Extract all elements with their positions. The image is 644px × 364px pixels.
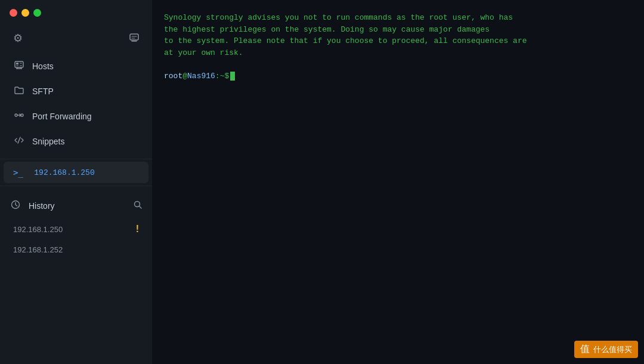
history-label: History xyxy=(29,201,55,211)
snippets-icon xyxy=(13,135,25,148)
traffic-light-yellow[interactable] xyxy=(21,9,29,17)
terminal-cursor xyxy=(230,72,235,81)
active-session-label: 192.168.1.250 xyxy=(34,168,94,177)
history-clock-icon xyxy=(10,199,21,212)
nav-section: Hosts SFTP Port Forwarding xyxy=(0,51,152,156)
svg-rect-6 xyxy=(16,65,18,66)
sidebar-item-snippets-label: Snippets xyxy=(32,137,64,146)
history-item-warning-icon: ! xyxy=(136,224,139,235)
sidebar-divider xyxy=(0,159,152,159)
history-search-icon[interactable] xyxy=(133,200,143,212)
active-session-item[interactable]: >_ 192.168.1.250 xyxy=(4,162,148,183)
sidebar-item-snippets[interactable]: Snippets xyxy=(4,129,148,154)
sidebar-item-hosts-label: Hosts xyxy=(32,61,54,71)
svg-rect-7 xyxy=(20,63,22,64)
history-item[interactable]: 192.168.1.250 ! xyxy=(4,218,148,240)
terminal-panel[interactable]: Synology strongly advises you not to run… xyxy=(152,0,644,364)
history-divider xyxy=(0,186,152,186)
history-items-list: 192.168.1.250 ! 192.168.1.252 xyxy=(0,218,152,260)
sftp-icon xyxy=(13,85,25,98)
svg-rect-0 xyxy=(130,34,138,40)
traffic-light-green[interactable] xyxy=(33,9,41,17)
hosts-icon xyxy=(13,60,25,73)
svg-point-12 xyxy=(15,114,17,116)
history-item-ip-2: 192.168.1.252 xyxy=(13,245,63,254)
svg-line-14 xyxy=(18,137,20,143)
sidebar-item-sftp[interactable]: SFTP xyxy=(4,79,148,104)
settings-button[interactable]: ⚙ xyxy=(10,30,26,47)
sidebar-item-hosts[interactable]: Hosts xyxy=(4,54,148,79)
watermark-icon: 值 xyxy=(580,343,590,356)
sidebar-item-sftp-label: SFTP xyxy=(32,87,54,96)
port-forwarding-icon xyxy=(13,110,25,123)
sidebar-item-port-forwarding[interactable]: Port Forwarding xyxy=(4,104,148,129)
compose-button[interactable] xyxy=(126,30,143,47)
history-header[interactable]: History xyxy=(0,193,152,218)
history-item-ip-1: 192.168.1.250 xyxy=(13,225,63,234)
watermark: 值 什么值得买 xyxy=(574,341,638,358)
prompt-text: root@Nas916:~$ xyxy=(164,70,229,82)
history-header-left: History xyxy=(10,199,55,212)
watermark-text: 什么值得买 xyxy=(593,344,632,355)
svg-line-17 xyxy=(140,206,142,209)
svg-rect-4 xyxy=(15,61,23,67)
svg-rect-8 xyxy=(20,65,22,66)
history-item[interactable]: 192.168.1.252 xyxy=(4,240,148,260)
sidebar: ⚙ xyxy=(0,0,152,364)
traffic-lights xyxy=(0,0,152,24)
sidebar-item-port-forwarding-label: Port Forwarding xyxy=(32,112,92,121)
traffic-light-red[interactable] xyxy=(10,9,17,17)
terminal-prompt-line: root@Nas916:~$ xyxy=(164,70,632,82)
top-icons-row: ⚙ xyxy=(0,24,152,51)
history-section: History 192.168.1.250 ! 192.168.1.252 xyxy=(0,193,152,260)
svg-rect-5 xyxy=(16,63,18,64)
terminal-warning-text: Synology strongly advises you not to run… xyxy=(164,12,632,58)
terminal-prompt-icon: >_ xyxy=(13,168,28,177)
